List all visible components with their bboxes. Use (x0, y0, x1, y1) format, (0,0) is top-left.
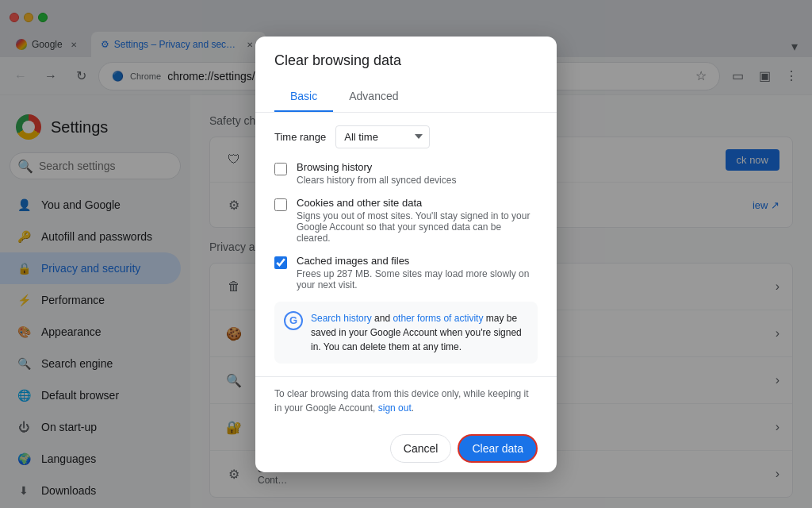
dialog-body: Time range All time Last hour Last 24 ho… (255, 113, 557, 376)
browsing-history-label: Browsing history Clears history from all… (297, 161, 456, 186)
time-range-row: Time range All time Last hour Last 24 ho… (274, 125, 538, 148)
clear-data-button[interactable]: Clear data (458, 434, 538, 463)
browsing-history-checkbox[interactable] (274, 163, 287, 175)
dialog-tabs: Basic Advanced (255, 95, 557, 113)
cookies-row: Cookies and other site data Signs you ou… (274, 197, 538, 244)
google-g-icon: G (284, 311, 303, 330)
dialog-tab-advanced[interactable]: Advanced (333, 95, 414, 112)
cached-main-label: Cached images and files (297, 255, 538, 267)
clear-browsing-dialog: Clear browsing data Basic Advanced Time … (255, 95, 557, 472)
cookies-label: Cookies and other site data Signs you ou… (297, 197, 538, 244)
other-activity-link[interactable]: other forms of activity (393, 313, 483, 324)
cookies-main-label: Cookies and other site data (297, 197, 538, 209)
time-range-select[interactable]: All time Last hour Last 24 hours Last 7 … (335, 125, 430, 148)
dialog-tab-basic[interactable]: Basic (274, 95, 333, 112)
cancel-button[interactable]: Cancel (390, 434, 452, 463)
browsing-history-row: Browsing history Clears history from all… (274, 161, 538, 186)
cookies-sub-label: Signs you out of most sites. You'll stay… (297, 210, 538, 244)
google-info-text: Search history and other forms of activi… (311, 311, 528, 354)
dialog-footer-note: To clear browsing data from this device … (255, 376, 557, 425)
main-layout: Settings 🔍 👤 You and Google 🔑 Autofill a… (0, 95, 812, 508)
dialog-actions: Cancel Clear data (255, 425, 557, 472)
cached-label: Cached images and files Frees up 287 MB.… (297, 255, 538, 291)
time-range-label: Time range (274, 131, 326, 143)
browsing-history-main-label: Browsing history (297, 161, 456, 173)
modal-overlay: Clear browsing data Basic Advanced Time … (0, 95, 812, 508)
cached-sub-label: Frees up 287 MB. Some sites may load mor… (297, 268, 538, 291)
browsing-history-sub-label: Clears history from all synced devices (297, 175, 456, 186)
cached-row: Cached images and files Frees up 287 MB.… (274, 255, 538, 291)
cached-checkbox[interactable] (274, 256, 287, 269)
search-history-link[interactable]: Search history (311, 313, 372, 324)
google-info-box: G Search history and other forms of acti… (274, 302, 538, 364)
sign-out-link[interactable]: sign out (378, 402, 412, 414)
cookies-checkbox[interactable] (274, 198, 287, 211)
